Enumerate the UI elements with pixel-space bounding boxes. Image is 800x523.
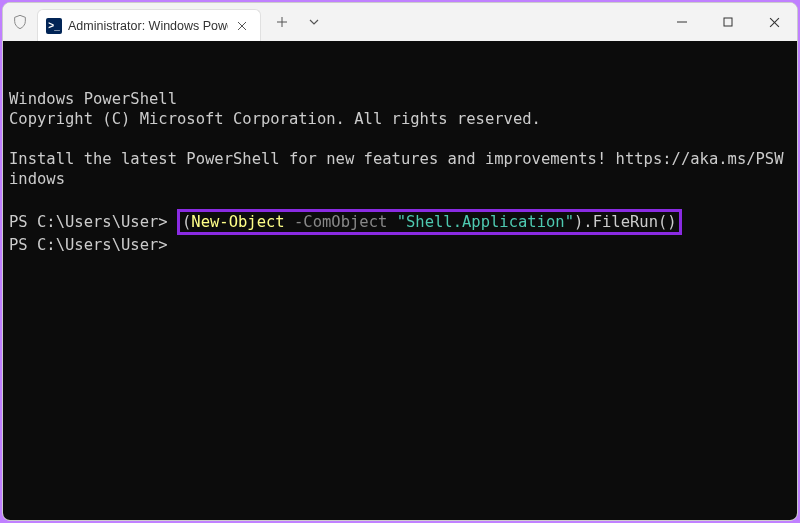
blank-line <box>9 129 791 149</box>
maximize-button[interactable] <box>705 3 751 41</box>
output-line: Windows PowerShell <box>9 89 791 109</box>
svg-rect-5 <box>724 18 732 26</box>
new-tab-button[interactable] <box>267 7 297 37</box>
tab-close-button[interactable] <box>234 18 250 34</box>
paren-close: ) <box>574 213 583 231</box>
paren-open: ( <box>182 213 191 231</box>
window-controls <box>659 3 797 41</box>
command-line: PS C:\Users\User> (New-Object -ComObject… <box>9 209 791 235</box>
method-call: .FileRun() <box>583 213 676 231</box>
blank-line <box>9 189 791 209</box>
tab-title: Administrator: Windows Powe <box>68 19 228 33</box>
output-line: Copyright (C) Microsoft Corporation. All… <box>9 109 791 129</box>
titlebar: >_ Administrator: Windows Powe <box>3 3 797 41</box>
cmdlet: New-Object <box>191 213 284 231</box>
prompt-line: PS C:\Users\User> <box>9 235 791 255</box>
minimize-button[interactable] <box>659 3 705 41</box>
tab-dropdown-button[interactable] <box>299 7 329 37</box>
tab-actions <box>267 7 329 37</box>
prompt: PS C:\Users\User> <box>9 213 177 231</box>
parameter: -ComObject <box>294 213 387 231</box>
close-button[interactable] <box>751 3 797 41</box>
tab-active[interactable]: >_ Administrator: Windows Powe <box>37 9 261 41</box>
terminal-body[interactable]: Windows PowerShellCopyright (C) Microsof… <box>3 41 797 520</box>
terminal-window: >_ Administrator: Windows Powe <box>2 2 798 521</box>
shield-icon <box>3 14 37 30</box>
highlighted-command: (New-Object -ComObject "Shell.Applicatio… <box>177 209 682 235</box>
powershell-icon: >_ <box>46 18 62 34</box>
prompt: PS C:\Users\User> <box>9 236 177 254</box>
string-arg: "Shell.Application" <box>397 213 574 231</box>
output-line: Install the latest PowerShell for new fe… <box>9 149 791 189</box>
